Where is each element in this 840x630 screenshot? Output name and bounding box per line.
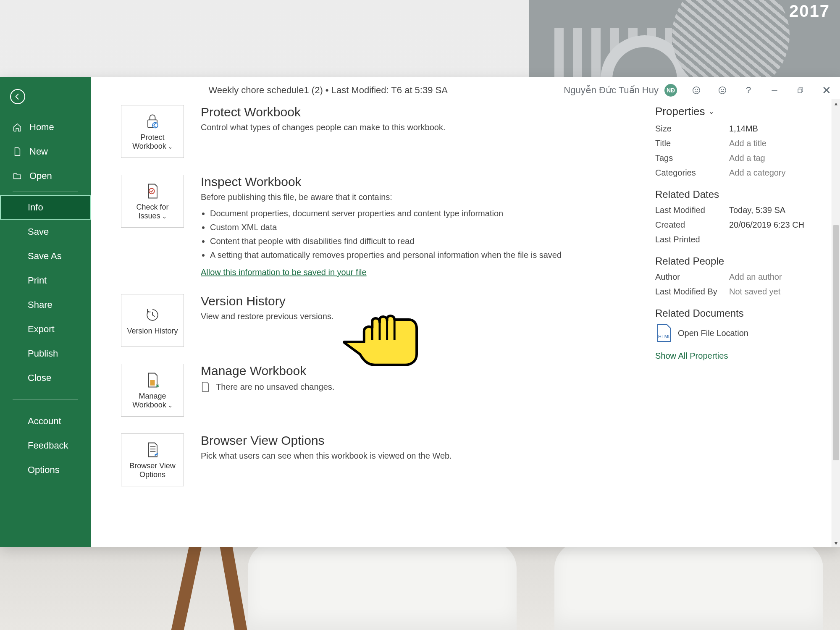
inspect-issue-list: Document properties, document server pro… xyxy=(201,208,637,261)
sidebar-item-feedback[interactable]: Feedback xyxy=(0,433,91,458)
sidebar-item-open[interactable]: Open xyxy=(0,164,91,188)
minimize-button[interactable] xyxy=(769,85,780,95)
sidebar-separator xyxy=(13,399,78,400)
backstage-main: Protect Workbook⌄ Protect Workbook Contr… xyxy=(91,77,840,547)
sidebar-item-publish[interactable]: Publish xyxy=(0,341,91,366)
sidebar-item-info[interactable]: Info xyxy=(0,195,91,220)
inspect-issue-item: Custom XML data xyxy=(210,222,637,233)
svg-rect-3 xyxy=(150,380,155,386)
sidebar-item-save[interactable]: Save xyxy=(0,220,91,244)
prop-last-printed-label: Last Printed xyxy=(655,235,725,244)
chevron-down-icon: ⌄ xyxy=(168,402,173,409)
inspect-icon xyxy=(143,182,162,200)
chevron-down-icon: ⌄ xyxy=(162,213,167,220)
version-history-button[interactable]: Version History xyxy=(121,294,184,347)
allow-info-link[interactable]: Allow this information to be saved in yo… xyxy=(201,268,367,277)
tile-label: Protect Workbook xyxy=(132,133,166,150)
open-file-location-button[interactable]: HTML Open File Location xyxy=(655,324,830,342)
section-protect-workbook: Protect Workbook⌄ Protect Workbook Contr… xyxy=(121,105,637,158)
wallpaper-graphic: 2017 xyxy=(529,0,840,77)
sidebar-item-account[interactable]: Account xyxy=(0,409,91,433)
sidebar-item-share[interactable]: Share xyxy=(0,293,91,317)
sidebar-item-new[interactable]: New xyxy=(0,139,91,164)
protect-workbook-button[interactable]: Protect Workbook⌄ xyxy=(121,105,184,158)
sidebar-item-print[interactable]: Print xyxy=(0,268,91,293)
smile-feedback-icon[interactable] xyxy=(691,85,701,95)
sidebar-label: Share xyxy=(28,299,52,310)
info-content: Protect Workbook⌄ Protect Workbook Contr… xyxy=(91,77,649,547)
prop-created-value: 20/06/2019 6:23 CH xyxy=(729,220,830,230)
sidebar-label: New xyxy=(29,146,48,157)
tile-label: Manage Workbook xyxy=(132,392,166,409)
check-for-issues-button[interactable]: Check for Issues⌄ xyxy=(121,175,184,228)
prop-categories-label: Categories xyxy=(655,168,725,178)
related-people-heading: Related People xyxy=(655,255,830,267)
scrollbar-thumb[interactable] xyxy=(833,225,839,460)
sidebar-label: Feedback xyxy=(28,440,68,451)
prop-last-modified-label: Last Modified xyxy=(655,205,725,215)
page-icon xyxy=(201,381,210,392)
prop-created-label: Created xyxy=(655,220,725,230)
back-arrow-icon xyxy=(14,93,21,100)
section-desc: Before publishing this file, be aware th… xyxy=(201,192,637,202)
sidebar-item-export[interactable]: Export xyxy=(0,317,91,341)
prop-lastmodby-value: Not saved yet xyxy=(729,287,830,297)
prop-lastmodby-label: Last Modified By xyxy=(655,287,725,297)
prop-author-value[interactable]: Add an author xyxy=(729,272,830,282)
home-icon xyxy=(13,123,22,132)
prop-last-printed-value xyxy=(729,235,830,244)
manage-workbook-button[interactable]: Manage Workbook⌄ xyxy=(121,364,184,417)
sidebar-label: Save xyxy=(28,226,49,237)
properties-dropdown[interactable]: Properties ⌄ xyxy=(655,105,830,118)
history-icon xyxy=(143,306,162,324)
show-all-properties-link[interactable]: Show All Properties xyxy=(655,351,728,361)
user-avatar: NĐ xyxy=(664,84,677,97)
section-desc: View and restore previous versions. xyxy=(201,312,637,321)
manage-icon xyxy=(143,371,162,389)
sidebar-label: Export xyxy=(28,324,55,335)
prop-categories-value[interactable]: Add a category xyxy=(729,168,830,178)
svg-point-2 xyxy=(149,189,155,194)
sidebar-item-save-as[interactable]: Save As xyxy=(0,244,91,268)
prop-tags-value[interactable]: Add a tag xyxy=(729,153,830,163)
vertical-scrollbar[interactable]: ▴ ▾ xyxy=(832,99,840,547)
section-title: Inspect Workbook xyxy=(201,175,637,189)
svg-point-8 xyxy=(719,87,726,94)
new-icon xyxy=(13,147,22,156)
sidebar-label: Close xyxy=(28,373,51,383)
excel-backstage-window: Home New Open Info Save Save As Print Sh… xyxy=(0,77,840,547)
help-icon[interactable]: ? xyxy=(743,85,753,95)
account-area[interactable]: Nguyễn Đức Tuấn Huy NĐ xyxy=(564,84,677,97)
scroll-down-icon[interactable]: ▾ xyxy=(832,539,840,547)
prop-last-modified-value: Today, 5:39 SA xyxy=(729,205,830,215)
prop-size-value: 1,14MB xyxy=(729,124,830,134)
inspect-issue-item: Document properties, document server pro… xyxy=(210,208,637,219)
prop-title-value[interactable]: Add a title xyxy=(729,139,830,148)
section-desc: Pick what users can see when this workbo… xyxy=(201,451,637,461)
section-manage-workbook: Manage Workbook⌄ Manage Workbook There a… xyxy=(121,364,637,417)
browser-icon xyxy=(143,441,162,459)
wallpaper-year: 2017 xyxy=(789,2,830,21)
restore-button[interactable] xyxy=(795,85,806,95)
svg-point-10 xyxy=(723,89,724,90)
sidebar-label: Home xyxy=(29,122,54,133)
sidebar-label: Options xyxy=(28,465,60,475)
sidebar-item-close[interactable]: Close xyxy=(0,366,91,390)
browser-view-options-button[interactable]: Browser View Options xyxy=(121,433,184,486)
back-button[interactable] xyxy=(10,89,25,104)
svg-rect-12 xyxy=(798,89,802,93)
chevron-down-icon: ⌄ xyxy=(168,144,173,150)
open-icon xyxy=(13,171,22,181)
open-file-location-label: Open File Location xyxy=(678,328,748,338)
sidebar-item-options[interactable]: Options xyxy=(0,458,91,482)
close-button[interactable]: ✕ xyxy=(822,85,832,95)
window-titlebar: Weekly chore schedule1 (2) • Last Modifi… xyxy=(92,78,836,102)
sidebar-label: Info xyxy=(28,202,43,213)
html-file-icon: HTML xyxy=(655,324,672,342)
chevron-down-icon: ⌄ xyxy=(709,108,714,116)
section-title: Manage Workbook xyxy=(201,364,637,378)
sidebar-item-home[interactable]: Home xyxy=(0,115,91,139)
section-desc: Control what types of changes people can… xyxy=(201,123,637,132)
frown-feedback-icon[interactable] xyxy=(717,85,727,95)
section-browser-view-options: Browser View Options Browser View Option… xyxy=(121,433,637,486)
